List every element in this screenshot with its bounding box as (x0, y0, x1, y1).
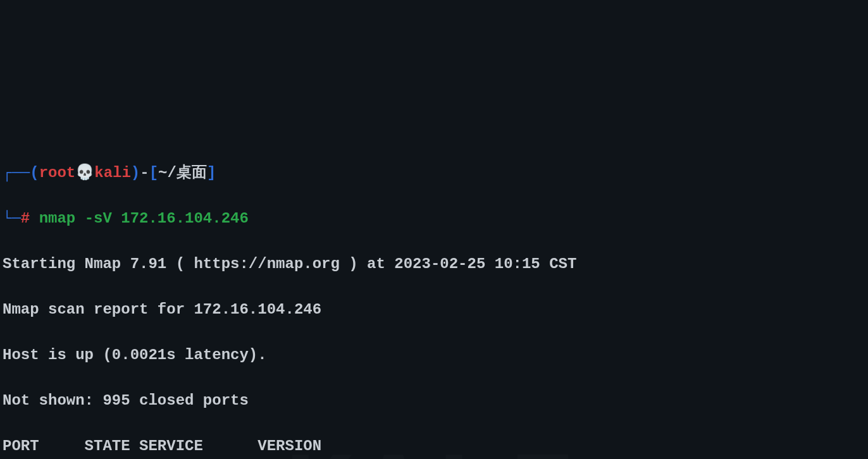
prompt-hash: # (21, 210, 30, 227)
prompt-corner-top: ┌── (3, 164, 30, 181)
prompt-line-2: └─# nmap -sV 172.16.104.246 (3, 207, 865, 230)
output-scan-report: Nmap scan report for 172.16.104.246 (3, 298, 865, 321)
prompt-close-bracket: ] (207, 164, 216, 181)
command-text: nmap -sV 172.16.104.246 (39, 210, 249, 227)
prompt-open-paren: ( (30, 164, 39, 181)
terminal-content[interactable]: ┌──(root💀kali)-[~/桌面] └─# nmap -sV 172.1… (3, 139, 865, 459)
table-header: PORT STATE SERVICE VERSION (3, 435, 865, 458)
prompt-user: root (39, 164, 76, 181)
prompt-close-paren: ) (131, 164, 140, 181)
prompt-path: ~/桌面 (158, 164, 207, 181)
prompt-dash: - (140, 164, 149, 181)
prompt-line-1: ┌──(root💀kali)-[~/桌面] (3, 162, 865, 185)
output-host-up: Host is up (0.0021s latency). (3, 344, 865, 367)
prompt-open-bracket: [ (149, 164, 158, 181)
skull-icon: 💀 (75, 164, 94, 181)
prompt-corner-bottom: └─ (3, 210, 21, 227)
output-not-shown: Not shown: 995 closed ports (3, 389, 865, 412)
output-starting: Starting Nmap 7.91 ( https://nmap.org ) … (3, 253, 865, 276)
prompt-host: kali (94, 164, 131, 181)
